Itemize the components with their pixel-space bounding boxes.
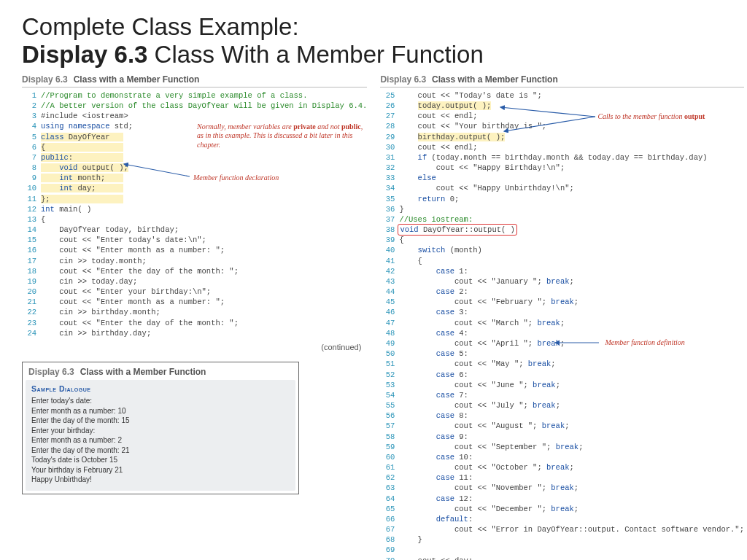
- caption-text: Class with a Member Function: [74, 74, 200, 85]
- annot-private: Normally, member variables are private a…: [197, 122, 365, 150]
- right-column: Display 6.3Class with a Member Function …: [380, 74, 744, 560]
- slide-title: Complete Class Example: Display 6.3 Clas…: [22, 13, 725, 69]
- title-bold: Display 6.3: [22, 41, 147, 68]
- caption-right: Display 6.3Class with a Member Function: [380, 74, 744, 88]
- sample-body: Enter today's date: Enter month as a num…: [31, 396, 290, 485]
- annot-defn: Member function definition: [605, 338, 684, 348]
- sample-title: Sample Dialogue: [31, 384, 290, 393]
- sample-box: Display 6.3Class with a Member Function …: [22, 362, 299, 494]
- sample-caption: Display 6.3Class with a Member Function: [23, 362, 298, 380]
- code-right: 25 cout << "Today's date is ";26 today.o…: [380, 90, 744, 560]
- left-column: Display 6.3Class with a Member Function …: [22, 74, 367, 560]
- sample-inner: Sample Dialogue Enter today's date: Ente…: [26, 380, 295, 491]
- continued-label: (continued): [22, 343, 367, 351]
- caption-left: Display 6.3Class with a Member Function: [22, 74, 367, 88]
- title-line2: Class With a Member Function: [147, 41, 483, 68]
- title-line1: Complete Class Example:: [22, 13, 299, 40]
- annot-calls: Calls to the member function output: [597, 112, 705, 122]
- annot-decl: Member function declaration: [193, 174, 279, 183]
- columns: Display 6.3Class with a Member Function …: [22, 74, 725, 560]
- slide: Complete Class Example: Display 6.3 Clas…: [0, 0, 747, 560]
- caption-disp: Display 6.3: [22, 74, 68, 85]
